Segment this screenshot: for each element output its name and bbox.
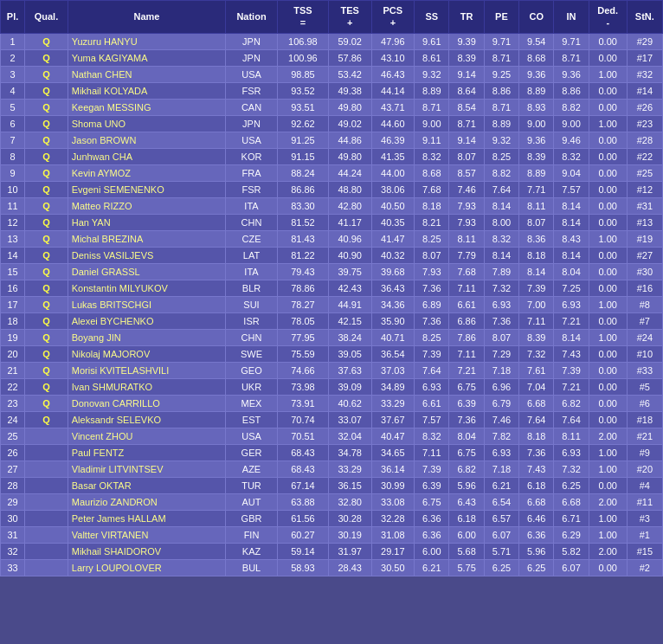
cell-tr: 7.11 [449, 345, 484, 362]
cell-nation: USA [226, 66, 278, 82]
skater-name-link[interactable]: Michal BREZINA [72, 234, 144, 244]
cell-co: 7.32 [519, 345, 554, 362]
skater-name-link[interactable]: Boyang JIN [72, 332, 121, 343]
cell-tes: 53.42 [328, 66, 371, 82]
cell-pl: 11 [1, 197, 25, 214]
cell-co: 7.64 [519, 411, 554, 428]
skater-name-link[interactable]: Kevin AYMOZ [72, 168, 131, 178]
skater-name-link[interactable]: Deniss VASILJEVS [72, 250, 154, 261]
cell-nation: FIN [226, 526, 278, 543]
skater-name-link[interactable]: Mikhail SHAIDOROV [72, 546, 161, 557]
cell-qual: Q [25, 362, 68, 378]
skater-name-link[interactable]: Nikolaj MAJOROV [72, 349, 150, 359]
skater-name-link[interactable]: Morisi KVITELASHVILI [72, 365, 169, 376]
col-header-pl: Pl. [1, 1, 25, 34]
cell-ss: 7.11 [415, 444, 449, 460]
skater-name-link[interactable]: Paul FENTZ [72, 448, 125, 458]
skater-name-link[interactable]: Mikhail KOLYADA [72, 86, 148, 96]
skater-name-link[interactable]: Keegan MESSING [72, 102, 151, 113]
qual-badge: Q [42, 53, 50, 63]
col-header-co: CO [519, 1, 554, 34]
skater-name-link[interactable]: Vincent ZHOU [72, 431, 133, 441]
cell-stn: #32 [627, 66, 662, 82]
cell-tes: 34.78 [328, 444, 371, 460]
cell-pcs: 36.14 [371, 460, 415, 477]
skater-name-link[interactable]: Daniel GRASSL [72, 267, 140, 277]
cell-name: Mikhail SHAIDOROV [68, 543, 225, 559]
cell-pl: 5 [1, 99, 25, 115]
skater-name-link[interactable]: Shoma UNO [72, 119, 126, 129]
cell-pe: 8.71 [484, 99, 518, 115]
skater-name-link[interactable]: Peter James HALLAM [72, 513, 166, 524]
cell-in: 8.14 [554, 247, 589, 263]
cell-ded: 1.00 [589, 296, 627, 312]
cell-stn: #21 [627, 428, 662, 444]
skater-name-link[interactable]: Vladimir LITVINTSEV [72, 464, 164, 474]
cell-pcs: 40.71 [371, 329, 415, 345]
cell-ded: 0.00 [589, 411, 627, 428]
cell-pe: 8.71 [484, 49, 518, 66]
cell-name: Lukas BRITSCHGI [68, 296, 225, 312]
skater-name-link[interactable]: Ivan SHMURATKO [72, 382, 152, 392]
cell-qual: Q [25, 280, 68, 296]
cell-pl: 28 [1, 477, 25, 493]
skater-name-link[interactable]: Evgeni SEMENENKO [72, 184, 164, 195]
cell-pl: 2 [1, 49, 25, 66]
cell-pcs: 34.36 [371, 296, 415, 312]
cell-co: 8.14 [519, 263, 554, 280]
col-header-in: IN [554, 1, 589, 34]
qual-badge: Q [42, 184, 50, 195]
cell-co: 5.96 [519, 543, 554, 559]
skater-name-link[interactable]: Maurizio ZANDRON [72, 497, 158, 507]
qual-badge: Q [42, 36, 50, 47]
col-header-tes: TES+ [328, 1, 371, 34]
skater-name-link[interactable]: Basar OKTAR [72, 480, 132, 491]
cell-ded: 0.00 [589, 33, 627, 49]
cell-name: Basar OKTAR [68, 477, 225, 493]
cell-pl: 19 [1, 329, 25, 345]
skater-name-link[interactable]: Jason BROWN [72, 135, 137, 145]
cell-tss: 98.85 [277, 66, 328, 82]
cell-tes: 49.80 [328, 148, 371, 164]
table-row: 21QMorisi KVITELASHVILIGEO74.6637.6337.0… [1, 362, 663, 378]
skater-name-link[interactable]: Valtter VIRTANEN [72, 530, 149, 540]
cell-pe: 8.00 [484, 214, 518, 230]
cell-ss: 7.39 [415, 460, 449, 477]
skater-name-link[interactable]: Donovan CARRILLO [72, 398, 160, 409]
cell-in: 8.71 [554, 49, 589, 66]
cell-ded: 0.00 [589, 164, 627, 181]
cell-tr: 9.14 [449, 132, 484, 148]
cell-qual: Q [25, 312, 68, 329]
cell-pl: 23 [1, 395, 25, 411]
cell-tes: 49.80 [328, 99, 371, 115]
skater-name-link[interactable]: Han YAN [72, 217, 111, 228]
skater-name-link[interactable]: Aleksandr SELEVKO [72, 415, 161, 425]
cell-ded: 0.00 [589, 395, 627, 411]
cell-name: Yuzuru HANYU [68, 33, 225, 49]
skater-name-link[interactable]: Larry LOUPOLOVER [72, 563, 162, 573]
cell-pl: 27 [1, 460, 25, 477]
skater-name-link[interactable]: Lukas BRITSCHGI [72, 299, 151, 310]
cell-pcs: 40.32 [371, 247, 415, 263]
cell-tes: 41.17 [328, 214, 371, 230]
cell-ded: 0.00 [589, 559, 627, 576]
cell-tss: 81.43 [277, 230, 328, 247]
skater-name-link[interactable]: Konstantin MILYUKOV [72, 283, 168, 293]
skater-name-link[interactable]: Alexei BYCHENKO [72, 316, 154, 326]
cell-ded: 0.00 [589, 49, 627, 66]
qual-badge: Q [42, 217, 50, 228]
cell-tes: 59.02 [328, 33, 371, 49]
cell-co: 7.00 [519, 296, 554, 312]
cell-stn: #13 [627, 214, 662, 230]
cell-pcs: 33.29 [371, 395, 415, 411]
cell-qual: Q [25, 411, 68, 428]
cell-nation: SWE [226, 345, 278, 362]
cell-tr: 6.75 [449, 444, 484, 460]
cell-stn: #7 [627, 312, 662, 329]
skater-name-link[interactable]: Nathan CHEN [72, 69, 132, 80]
skater-name-link[interactable]: Yuma KAGIYAMA [72, 53, 148, 63]
skater-name-link[interactable]: Matteo RIZZO [72, 201, 132, 211]
skater-name-link[interactable]: Yuzuru HANYU [72, 36, 138, 47]
cell-pcs: 46.39 [371, 132, 415, 148]
skater-name-link[interactable]: Junhwan CHA [72, 151, 132, 162]
